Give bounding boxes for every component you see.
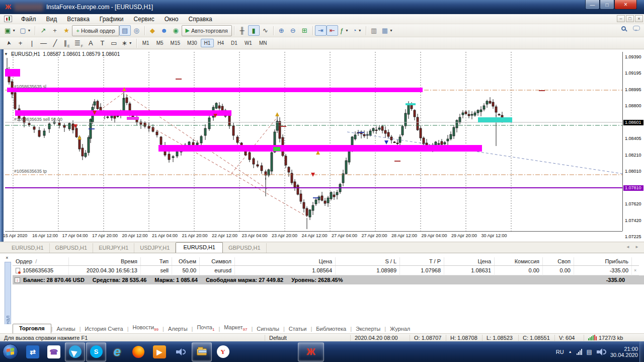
- column-header-2[interactable]: Тип: [141, 257, 172, 265]
- order-cell-1[interactable]: 2020.04.30 16:56:13: [69, 266, 141, 275]
- taskbar-metatrader-icon[interactable]: Ж: [298, 342, 324, 361]
- order-close-icon[interactable]: ×: [634, 268, 636, 273]
- minimize-button[interactable]: —: [585, 0, 600, 10]
- chart-tab-1[interactable]: GBPUSD,H1: [50, 243, 94, 253]
- tab-scroll-arrows[interactable]: ◄ ►: [626, 245, 641, 249]
- column-header-6[interactable]: S / L: [336, 257, 400, 265]
- periods-icon[interactable]: ◔▼: [351, 25, 364, 36]
- strategy-tester-icon[interactable]: ◎: [131, 25, 142, 36]
- taskbar-media-player-icon[interactable]: ▶: [149, 342, 170, 361]
- terminal-tab-10[interactable]: Эксперты: [352, 325, 384, 333]
- horizontal-line-icon[interactable]: —: [38, 38, 49, 48]
- community-icon[interactable]: ☻: [158, 25, 170, 36]
- terminal-tab-4[interactable]: Алерты: [164, 325, 192, 333]
- volume-icon[interactable]: [597, 348, 606, 355]
- navigator-icon[interactable]: ★: [60, 25, 72, 36]
- language-indicator[interactable]: RU: [556, 349, 564, 355]
- timeframe-h4[interactable]: H4: [214, 39, 227, 47]
- close-button[interactable]: ×: [614, 0, 637, 10]
- chart-tab-2[interactable]: EURJPY,H1: [93, 243, 134, 253]
- order-row[interactable]: 10586356352020.04.30 16:56:13sell50.00eu…: [13, 266, 639, 275]
- terminal-tab-6[interactable]: Маркет97: [220, 323, 251, 333]
- order-cell-0[interactable]: 1058635635: [13, 266, 69, 275]
- order-cell-7[interactable]: 1.07968: [400, 266, 444, 275]
- taskbar-internet-explorer-icon[interactable]: e: [107, 342, 127, 361]
- column-header-0[interactable]: Ордер /: [13, 257, 69, 265]
- terminal-tab-9[interactable]: Библиотека: [312, 325, 350, 333]
- taskbar-viber-icon[interactable]: ☎: [44, 342, 64, 361]
- action-center-icon[interactable]: ▤: [587, 348, 592, 355]
- timeframe-d1[interactable]: D1: [227, 39, 241, 47]
- order-cell-8[interactable]: 1.08631: [444, 266, 495, 275]
- menu-item-0[interactable]: Файл: [16, 14, 41, 24]
- column-header-3[interactable]: Объем: [172, 257, 200, 265]
- candles-chart-icon[interactable]: ▮: [248, 25, 260, 36]
- order-cell-6[interactable]: 1.08989: [336, 266, 400, 275]
- terminal-tab-1[interactable]: Активы: [53, 325, 79, 333]
- new-chart-icon[interactable]: ▣▼: [3, 25, 18, 36]
- templates-dropdown-icon[interactable]: ▼: [389, 29, 393, 32]
- taskbar-firefox-icon[interactable]: [128, 342, 148, 361]
- timeframe-m5[interactable]: M5: [153, 39, 167, 47]
- order-cell-2[interactable]: sell: [141, 266, 172, 275]
- crosshair-icon[interactable]: +: [15, 38, 26, 48]
- chart-window-icon[interactable]: [4, 16, 12, 22]
- menu-item-4[interactable]: Сервис: [129, 14, 159, 24]
- column-header-7[interactable]: T / P: [400, 257, 444, 265]
- tray-expand-icon[interactable]: ▲: [569, 350, 572, 353]
- child-minimize-button[interactable]: –: [617, 15, 625, 22]
- order-cell-10[interactable]: 0.00: [543, 266, 574, 275]
- column-header-10[interactable]: Своп: [543, 257, 574, 265]
- taskbar-volume-mixer-icon[interactable]: [171, 342, 191, 361]
- line-chart-icon[interactable]: ∿: [260, 25, 271, 36]
- shapes-icon[interactable]: ▭: [108, 38, 120, 48]
- column-header-9[interactable]: Комиссия: [495, 257, 543, 265]
- terminal-tab-8[interactable]: Статьи: [285, 325, 311, 333]
- timeframe-m1[interactable]: M1: [139, 39, 153, 47]
- vertical-line-icon[interactable]: |: [26, 38, 38, 48]
- bars-chart-icon[interactable]: ╫: [236, 25, 248, 36]
- equidistant-channel-icon[interactable]: ∥E: [61, 38, 72, 48]
- text-label-icon[interactable]: T: [97, 38, 108, 48]
- new-chart-dropdown-icon[interactable]: ▼: [12, 29, 16, 32]
- zoom-out-icon[interactable]: ⊖: [287, 25, 299, 36]
- chevron-down-icon[interactable]: ▼: [4, 52, 8, 56]
- order-cell-5[interactable]: 1.08564: [235, 266, 336, 275]
- quotes-icon[interactable]: ▥: [368, 25, 380, 36]
- maximize-button[interactable]: □: [600, 0, 614, 10]
- search-icon[interactable]: [621, 26, 626, 31]
- terminal-tab-5[interactable]: Почта1: [193, 323, 218, 333]
- order-cell-9[interactable]: 0.00: [495, 266, 543, 275]
- terminal-panel-icon[interactable]: ▤: [119, 25, 131, 36]
- column-header-5[interactable]: Цена: [235, 257, 336, 265]
- trendline-icon[interactable]: ╱: [49, 38, 61, 48]
- taskbar-teamviewer-icon[interactable]: ⇄: [23, 342, 43, 361]
- market-watch-icon[interactable]: ↗: [37, 25, 49, 36]
- time-axis[interactable]: 15 Apr 202016 Apr 12:0017 Apr 04:0017 Ap…: [5, 231, 622, 240]
- timeframe-m30[interactable]: M30: [184, 39, 200, 47]
- menu-item-2[interactable]: Вставка: [62, 14, 95, 24]
- order-cell-4[interactable]: eurusd: [200, 266, 235, 275]
- order-cell-11[interactable]: -335.00: [574, 266, 632, 275]
- chart-tab-5[interactable]: GBPUSD,H1: [223, 243, 267, 253]
- menu-item-5[interactable]: Окно: [159, 14, 184, 24]
- fibonacci-icon[interactable]: ☰F: [72, 38, 85, 48]
- start-button[interactable]: [3, 344, 18, 359]
- menu-item-1[interactable]: Вид: [41, 14, 62, 24]
- show-desktop-button[interactable]: [639, 341, 644, 362]
- indicators-dropdown-icon[interactable]: ▼: [345, 29, 349, 32]
- templates-icon[interactable]: ▦▼: [380, 25, 395, 36]
- new-order-button[interactable]: +Новый ордер: [72, 25, 119, 36]
- terminal-tab-3[interactable]: Новости99: [129, 323, 163, 333]
- child-restore-button[interactable]: □: [626, 15, 634, 22]
- title-bar[interactable]: Ж InstaForex-Europe.com - [EURUSD,H1] — …: [0, 0, 644, 14]
- tile-windows-icon[interactable]: ⊞: [299, 25, 310, 36]
- profiles-dropdown-icon[interactable]: ▼: [28, 29, 31, 32]
- column-header-11[interactable]: Прибыль: [574, 257, 632, 265]
- taskbar-skype-icon[interactable]: S: [86, 342, 106, 361]
- arrows-dropdown-icon[interactable]: ▼: [129, 41, 132, 45]
- order-cell-3[interactable]: 50.00: [172, 266, 200, 275]
- cursor-icon[interactable]: ➤: [3, 38, 15, 48]
- chat-icon[interactable]: [633, 26, 640, 31]
- profiles-icon[interactable]: ▢▼: [18, 25, 33, 36]
